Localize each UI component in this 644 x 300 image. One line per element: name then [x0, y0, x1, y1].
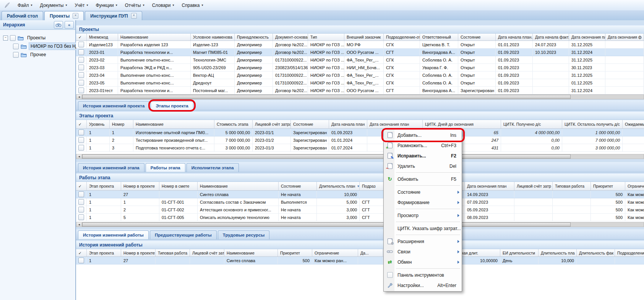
context-menu-item-17[interactable]: ⇄Обмен	[384, 257, 461, 267]
scroll-left-button[interactable]: ◄	[76, 154, 82, 159]
column-header[interactable]: Ожидаемые	[623, 120, 644, 128]
column-header[interactable]: Этап проекта	[87, 182, 121, 190]
search-binoculars-button[interactable]	[54, 21, 63, 29]
column-header[interactable]: ЦИТК. Осталось получить д/с	[562, 120, 623, 128]
menubar-item-4[interactable]: Функции▾	[92, 1, 121, 10]
column-header[interactable]: Подразделение-от	[384, 34, 420, 41]
column-header[interactable]: Длительность пла	[539, 249, 577, 256]
row-checkbox[interactable]	[78, 49, 84, 55]
tree-item-2[interactable]: НИОКР по ГОЗ без НДС	[1, 42, 75, 50]
column-header[interactable]: Ограничение	[312, 249, 358, 256]
column-header[interactable]: Номер в смете	[159, 182, 198, 190]
tree-expander-icon[interactable]: −	[3, 36, 8, 41]
table-row[interactable]: 12Тестирование произведенной опыт...7 00…	[76, 136, 644, 144]
stage-subtab-1[interactable]: История изменений этапа	[78, 163, 144, 172]
column-header[interactable]: Внешний заказчик	[344, 34, 384, 41]
table-row[interactable]: 2023-05Выполнение опытно-конс...Дредноут…	[76, 79, 644, 87]
menubar-item-6[interactable]: Словари▾	[148, 1, 178, 10]
column-header[interactable]: Номер в проекте	[121, 182, 159, 190]
table-row[interactable]: 1501-СГТ-005Описать используемую техноло…	[76, 214, 644, 221]
table-row[interactable]: 2023-01Разработка технологии и...Магнит …	[76, 49, 644, 56]
project-subtab-2[interactable]: Этапы проекта	[151, 101, 193, 110]
table-row[interactable]: 2023-03Разработка ЭКД и РКД н...905-U020…	[76, 64, 644, 71]
table-row[interactable]: 2023-01тестРазработка технологии и...Пос…	[76, 87, 644, 94]
column-header[interactable]: Приоритет	[278, 249, 312, 256]
column-header[interactable]: Лицевой счёт затр	[514, 182, 553, 190]
column-header[interactable]: Да...	[358, 249, 383, 256]
column-header[interactable]: Лицевой счёт затрат.	[253, 120, 291, 128]
window-tab-1[interactable]: Рабочий стол	[2, 11, 43, 20]
tree-checkbox[interactable]	[10, 35, 16, 41]
column-header[interactable]: Длительность план▼	[317, 182, 360, 190]
column-header[interactable]: Дата окончания ф	[605, 34, 644, 41]
table-row[interactable]: Изделие123Разработка изделия 123Изделие-…	[76, 41, 644, 49]
column-header[interactable]: Этап проекта	[87, 249, 121, 256]
context-menu-item-19[interactable]: Панель инструментов	[384, 270, 461, 280]
project-subtab-1[interactable]: История изменений проекта	[78, 101, 149, 110]
tree-item-3[interactable]: Прочее	[1, 50, 75, 59]
row-checkbox[interactable]	[78, 137, 84, 143]
row-checkbox[interactable]	[78, 145, 84, 151]
row-checkbox[interactable]	[78, 258, 84, 263]
table-row[interactable]: 1101-СГТ-001Согласовать состав с Заказчи…	[76, 198, 644, 206]
context-menu-item-15[interactable]: ⚙Расширения	[384, 236, 461, 246]
menubar-item-2[interactable]: Документы▾	[36, 1, 71, 10]
stage-subtab-2[interactable]: Работы этапа	[146, 163, 185, 172]
row-checkbox[interactable]	[78, 80, 84, 86]
column-header[interactable]: Состояние	[458, 34, 496, 41]
column-header[interactable]: Стоимость этапа	[214, 120, 253, 128]
row-checkbox[interactable]	[78, 88, 84, 93]
column-header[interactable]: ✓	[76, 182, 87, 190]
scroll-left-button[interactable]: ◄	[76, 95, 82, 99]
scroll-thumb[interactable]	[82, 95, 571, 99]
row-checkbox[interactable]	[78, 130, 84, 135]
scroll-left-button[interactable]: ◄	[76, 222, 82, 227]
context-menu-item-20[interactable]: Настройки...Alt+Enter	[384, 280, 461, 290]
works-hscrollbar[interactable]: ◄	[76, 222, 644, 227]
column-header[interactable]: Наименование	[133, 120, 214, 128]
column-header[interactable]: ✓	[76, 249, 87, 256]
column-header[interactable]: Дата окончания план	[367, 120, 423, 128]
column-header[interactable]: Мнемокод	[87, 34, 118, 41]
column-header[interactable]: Номер	[110, 120, 133, 128]
menubar-item-5[interactable]: Отчёты▾	[121, 1, 148, 10]
context-menu-item-4[interactable]: −УдалитьDel	[384, 161, 461, 171]
context-menu-item-11[interactable]: Просмотр	[384, 210, 461, 221]
column-header[interactable]: Подразделение-ис	[615, 249, 644, 256]
context-menu-item-2[interactable]: +Размножить...Ctrl+F3	[384, 140, 461, 151]
column-header[interactable]: Условное наименова	[191, 34, 235, 41]
context-menu-item-9[interactable]: Формирование	[384, 197, 461, 208]
row-checkbox[interactable]	[78, 65, 84, 70]
menubar-item-1[interactable]: Файл▾	[14, 1, 36, 10]
column-header[interactable]: Принадлежность	[235, 34, 273, 41]
column-header[interactable]: Приоритет	[591, 182, 625, 190]
work-subtab-1[interactable]: История изменений работы	[78, 230, 149, 239]
row-checkbox[interactable]	[78, 199, 84, 205]
menubar-item-3[interactable]: Учёт▾	[71, 1, 92, 10]
work-subtab-3[interactable]: Трудовые ресурсы	[218, 230, 270, 239]
window-tab-3[interactable]: Инструкции ПУП×	[85, 11, 142, 20]
column-header[interactable]: ЦИТК. Получено д/с	[501, 120, 562, 128]
column-header[interactable]: ЕИ длительности	[500, 249, 539, 256]
column-header[interactable]: Наименование	[198, 182, 279, 190]
column-header[interactable]: Дата окончания пл	[569, 34, 605, 41]
row-checkbox[interactable]	[78, 207, 84, 212]
column-header[interactable]: Тип	[308, 34, 344, 41]
table-row[interactable]: 11Изготовление опытной партии ПМ0...5 00…	[76, 129, 644, 136]
row-checkbox[interactable]	[78, 214, 84, 220]
column-header[interactable]: Лицевой счёт затр	[190, 249, 224, 256]
menubar-item-7[interactable]: Справка▾	[178, 1, 207, 10]
column-header[interactable]: Номер в проекте	[121, 249, 156, 256]
table-row[interactable]: 127Синтез сплава500Как можно ран...10,00…	[76, 257, 644, 264]
column-header[interactable]: Дата начала факт.	[533, 34, 569, 41]
column-header[interactable]: Состояние	[279, 182, 317, 190]
tree-checkbox[interactable]	[13, 52, 19, 58]
close-tab-icon[interactable]: ×	[73, 13, 78, 19]
column-header[interactable]: Наименование	[224, 249, 278, 256]
column-header[interactable]: ЦИТК. Дней до окончания	[423, 120, 501, 128]
column-header[interactable]: Дата окончания план	[465, 182, 514, 190]
column-header[interactable]: Ответственный	[420, 34, 458, 41]
row-checkbox[interactable]	[78, 72, 84, 78]
collapse-panel-button[interactable]: «	[65, 21, 74, 29]
window-tab-2[interactable]: Проекты×	[44, 11, 84, 20]
